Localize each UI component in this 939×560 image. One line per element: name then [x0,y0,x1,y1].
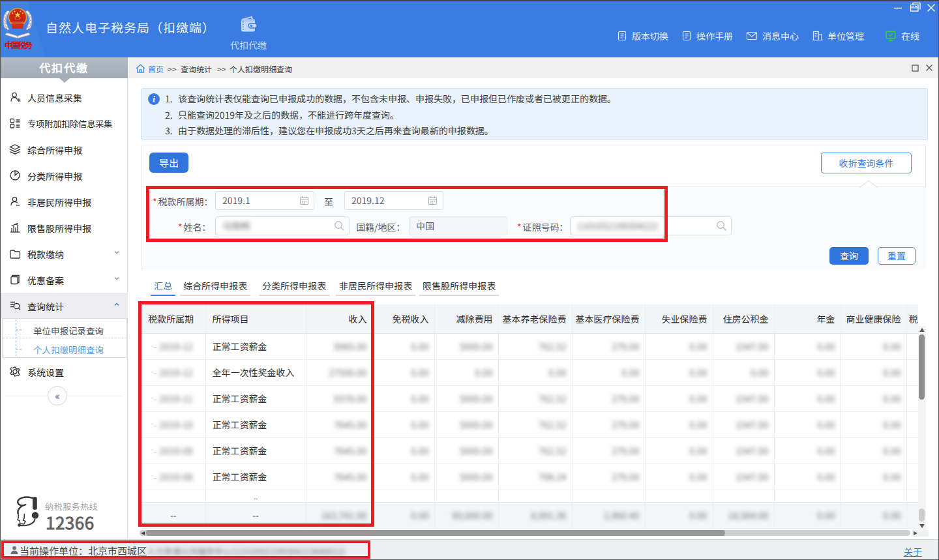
svg-text:中国税务: 中国税务 [5,38,33,51]
